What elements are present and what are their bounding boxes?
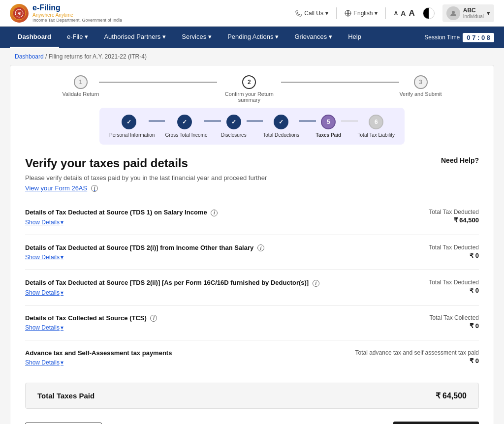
- nav-pending-actions[interactable]: Pending Actions ▾: [220, 27, 286, 48]
- logo-emblem: भा: [10, 4, 29, 23]
- tcs-show-details[interactable]: Show Details ▾: [25, 324, 63, 331]
- need-help[interactable]: Need Help?: [441, 156, 479, 164]
- tds2i-show-details[interactable]: Show Details ▾: [25, 254, 63, 261]
- sub-line-4: [299, 121, 315, 121]
- user-icon: [449, 9, 457, 17]
- session-timer: Session Time 0 7 : 0 8: [424, 33, 494, 42]
- page-title: Verify your taxes paid details: [25, 156, 188, 170]
- top-header: भा e-Filing Anywhere Anytime Income Tax …: [0, 0, 504, 27]
- user-badge: ABC Individual ▾: [442, 4, 494, 22]
- tds2ii-title: Details of Tax Deducted at Source [TDS 2…: [25, 279, 319, 287]
- tds2i-amount-area: Total Tax Deducted ₹ 0: [429, 244, 479, 259]
- phase-2-label: Confirm your Return summary: [217, 91, 281, 103]
- sub-step-2: ✓ Gross Total Income: [165, 115, 204, 138]
- main-content: 1 Validate Return 2 Confirm your Return …: [10, 65, 494, 424]
- phase-1-label: Validate Return: [62, 91, 99, 97]
- avatar: [446, 6, 460, 20]
- tds2ii-section: Details of Tax Deducted at Source [TDS 2…: [25, 270, 479, 305]
- sub-step-4: ✓ Total Deductions: [263, 115, 299, 138]
- divider: [336, 7, 337, 19]
- breadcrumb-current: Filing returns for A.Y. 2021-22 (ITR-4): [49, 53, 147, 60]
- nav-help[interactable]: Help: [340, 27, 369, 48]
- tds2ii-show-details[interactable]: Show Details ▾: [25, 289, 63, 296]
- font-small-btn[interactable]: A: [394, 10, 398, 16]
- advance-tax-show-details[interactable]: Show Details ▾: [25, 359, 63, 366]
- tcs-amount-area: Total Tax Collected ₹ 0: [430, 314, 479, 330]
- language-selector[interactable]: English ▾: [345, 10, 378, 17]
- globe-icon: [345, 10, 351, 17]
- tds2i-row: Details of Tax Deducted at Source [TDS 2…: [25, 244, 479, 261]
- svg-text:भा: भा: [18, 12, 21, 15]
- confirm-button[interactable]: Confirm: [393, 422, 479, 424]
- advance-tax-title: Advance tax and Self-Assessment tax paym…: [25, 349, 172, 357]
- tds1-row: Details of Tax Deducted at Source (TDS 1…: [25, 209, 479, 226]
- tcs-left: Details of Tax Collected at Source (TCS)…: [25, 314, 157, 332]
- nav-efile[interactable]: e-File ▾: [59, 27, 96, 48]
- tds2ii-row: Details of Tax Deducted at Source [TDS 2…: [25, 279, 479, 296]
- sub-line-5: [341, 121, 357, 121]
- tds2i-info-icon[interactable]: i: [257, 244, 264, 251]
- tds1-section: Details of Tax Deducted at Source (TDS 1…: [25, 200, 479, 235]
- back-to-summary-button[interactable]: < Back to Summary: [25, 423, 102, 424]
- sub-step-5: 5 Taxes Paid: [316, 115, 342, 138]
- font-large-btn[interactable]: A: [409, 8, 414, 18]
- tds1-left: Details of Tax Deducted at Source (TDS 1…: [25, 209, 218, 226]
- font-controls: A A A: [394, 8, 414, 18]
- sub-line-3: [247, 121, 263, 121]
- breadcrumb-home[interactable]: Dashboard: [15, 53, 44, 60]
- phase-3-circle: 3: [414, 75, 428, 89]
- phone-icon: [295, 10, 302, 17]
- tds1-show-details[interactable]: Show Details ▾: [25, 219, 63, 226]
- tds2ii-amount-area: Total Tax Deducted ₹ 0: [429, 279, 479, 294]
- sub-step-3: ✓ Disclosures: [221, 115, 247, 138]
- page-title-row: Verify your taxes paid details Need Help…: [25, 156, 479, 170]
- nav-bar: Dashboard e-File ▾ Authorised Partners ▾…: [0, 27, 504, 48]
- phase-2-circle: 2: [242, 75, 256, 89]
- form-info-icon[interactable]: i: [91, 185, 98, 192]
- font-medium-btn[interactable]: A: [401, 9, 406, 17]
- nav-authorised-partners[interactable]: Authorised Partners ▾: [96, 27, 174, 48]
- sub-steps: ✓ Personal Information ✓ Gross Total Inc…: [99, 108, 405, 145]
- steps-outer: 1 Validate Return 2 Confirm your Return …: [25, 75, 479, 145]
- tds2i-left: Details of Tax Deducted at Source [TDS 2…: [25, 244, 264, 261]
- tds1-amount-area: Total Tax Deducted ₹ 64,500: [429, 209, 479, 224]
- tds2ii-left: Details of Tax Deducted at Source [TDS 2…: [25, 279, 319, 296]
- logo-text: e-Filing Anywhere Anytime Income Tax Dep…: [32, 3, 122, 23]
- phase-steps: 1 Validate Return 2 Confirm your Return …: [25, 75, 479, 103]
- nav-dashboard[interactable]: Dashboard: [10, 27, 59, 48]
- tds1-info-icon[interactable]: i: [211, 210, 218, 216]
- tds2i-title: Details of Tax Deducted at Source [TDS 2…: [25, 244, 264, 252]
- tcs-section: Details of Tax Collected at Source (TCS)…: [25, 305, 479, 341]
- total-row: Total Taxes Paid ₹ 64,500: [25, 383, 479, 409]
- total-amount: ₹ 64,500: [436, 391, 467, 400]
- advance-tax-row: Advance tax and Self-Assessment tax paym…: [25, 349, 479, 366]
- sub-line-1: [149, 121, 165, 121]
- tds1-title: Details of Tax Deducted at Source (TDS 1…: [25, 209, 218, 216]
- header-right: Call Us ▾ English ▾ A A A: [295, 4, 494, 22]
- sub-step-6: 6 Total Tax Liability: [358, 115, 395, 138]
- tcs-row: Details of Tax Collected at Source (TCS)…: [25, 314, 479, 332]
- logo-area: भा e-Filing Anywhere Anytime Income Tax …: [10, 3, 122, 23]
- tds2ii-info-icon[interactable]: i: [313, 280, 319, 287]
- phase-3-label: Verify and Submit: [399, 91, 441, 97]
- advance-tax-left: Advance tax and Self-Assessment tax paym…: [25, 349, 172, 366]
- phase-2: 2 Confirm your Return summary: [217, 75, 281, 103]
- tcs-info-icon[interactable]: i: [150, 315, 157, 322]
- call-us-link[interactable]: Call Us ▾: [295, 10, 328, 17]
- phase-line-2: [281, 82, 399, 83]
- nav-services[interactable]: Services ▾: [174, 27, 220, 48]
- phase-1-circle: 1: [74, 75, 88, 89]
- bottom-buttons: < Back to Summary Confirm: [25, 417, 479, 424]
- logo-title: e-Filing Anywhere Anytime: [32, 3, 122, 18]
- nav-grievances[interactable]: Grievances ▾: [286, 27, 340, 48]
- divider2: [385, 7, 386, 19]
- session-time-value: 0 7 : 0 8: [463, 33, 494, 42]
- phase-1: 1 Validate Return: [62, 75, 99, 97]
- advance-tax-amount-area: Total advance tax and self assessment ta…: [355, 349, 479, 364]
- advance-tax-section: Advance tax and Self-Assessment tax paym…: [25, 340, 479, 375]
- phase-3: 3 Verify and Submit: [399, 75, 441, 97]
- form-26as-link[interactable]: View your Form 26AS i: [25, 184, 98, 192]
- tax-sections: Details of Tax Deducted at Source (TDS 1…: [25, 200, 479, 375]
- contrast-toggle[interactable]: [423, 7, 435, 19]
- logo-subtitle: Income Tax Department, Government of Ind…: [32, 18, 122, 23]
